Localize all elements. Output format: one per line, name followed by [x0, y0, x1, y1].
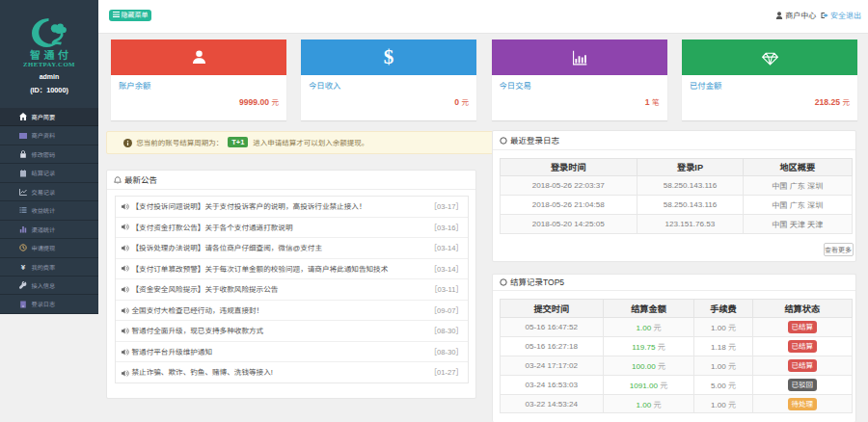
svg-text:¥: ¥	[21, 263, 26, 271]
